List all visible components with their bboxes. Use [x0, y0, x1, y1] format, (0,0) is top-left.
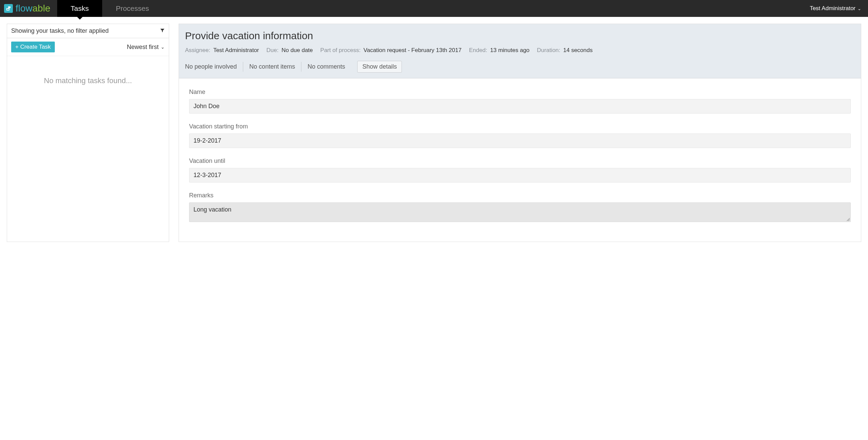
until-value: 12-3-2017 — [189, 168, 851, 182]
filter-icon[interactable] — [160, 28, 165, 34]
chevron-down-icon: ⌄ — [858, 6, 861, 11]
sort-selector[interactable]: Newest first ⌄ — [127, 44, 165, 51]
info-people[interactable]: No people involved — [185, 62, 243, 72]
content: Showing your tasks, no filter applied + … — [0, 17, 868, 249]
form-group-name: Name John Doe — [189, 89, 851, 114]
form-group-until: Vacation until 12-3-2017 — [189, 157, 851, 182]
info-comments[interactable]: No comments — [301, 62, 351, 72]
chevron-down-icon: ⌄ — [161, 44, 165, 50]
task-form: Name John Doe Vacation starting from 19-… — [179, 78, 861, 242]
form-group-start: Vacation starting from 19-2-2017 — [189, 123, 851, 148]
task-title: Provide vacation information — [185, 30, 855, 42]
remarks-label: Remarks — [189, 192, 851, 199]
logo-text-able: able — [32, 3, 50, 14]
nav-tab-tasks[interactable]: Tasks — [57, 0, 102, 17]
create-task-button[interactable]: + Create Task — [11, 42, 55, 52]
name-value: John Doe — [189, 99, 851, 114]
nav-user-name: Test Administrator — [810, 5, 855, 12]
nav-tab-processes[interactable]: Processes — [102, 0, 162, 17]
filter-description: Showing your tasks, no filter applied — [11, 27, 109, 34]
task-meta: Assignee: Test Administrator Due: No due… — [185, 46, 855, 55]
start-value: 19-2-2017 — [189, 133, 851, 148]
nav-user-menu[interactable]: Test Administrator ⌄ — [803, 0, 868, 17]
logo-text-flow: flow — [16, 3, 32, 14]
meta-ended: Ended: 13 minutes ago — [469, 46, 529, 55]
actions-row: + Create Task Newest first ⌄ — [7, 38, 169, 56]
task-detail-panel: Provide vacation information Assignee: T… — [179, 24, 861, 242]
meta-assignee: Assignee: Test Administrator — [185, 46, 259, 55]
filter-row: Showing your tasks, no filter applied — [7, 24, 169, 38]
until-label: Vacation until — [189, 157, 851, 165]
navbar: flowable Tasks Processes Test Administra… — [0, 0, 868, 17]
meta-duration: Duration: 14 seconds — [537, 46, 593, 55]
meta-process: Part of process: Vacation request - Febr… — [320, 46, 462, 55]
task-header: Provide vacation information Assignee: T… — [179, 24, 861, 78]
logo[interactable]: flowable — [0, 0, 57, 17]
task-info-row: No people involved No content items No c… — [185, 61, 855, 73]
info-content[interactable]: No content items — [243, 62, 301, 72]
start-label: Vacation starting from — [189, 123, 851, 130]
show-details-button[interactable]: Show details — [357, 61, 402, 73]
sort-label: Newest first — [127, 44, 159, 51]
nav-tabs: Tasks Processes — [57, 0, 163, 17]
logo-icon — [4, 4, 13, 13]
name-label: Name — [189, 89, 851, 96]
meta-due: Due: No due date — [267, 46, 313, 55]
remarks-value: Long vacation — [189, 202, 851, 222]
form-group-remarks: Remarks Long vacation — [189, 192, 851, 222]
task-list-panel: Showing your tasks, no filter applied + … — [7, 24, 169, 242]
empty-task-list-message: No matching tasks found... — [7, 56, 169, 105]
